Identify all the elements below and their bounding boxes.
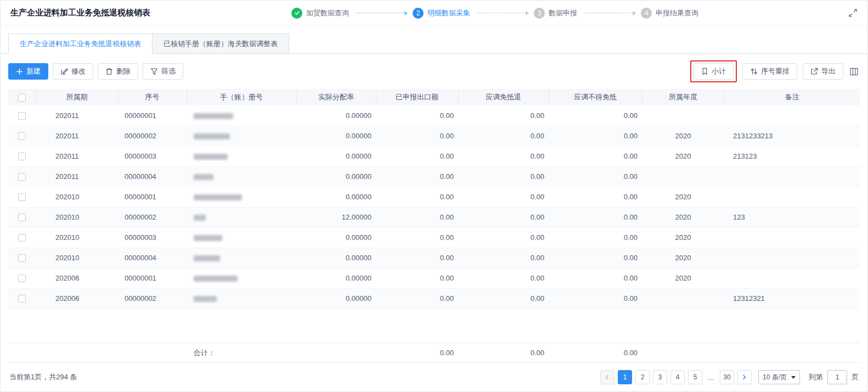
table-area: 所属期 序号 手（账）册号 实际分配率 已申报出口额 应调免抵退 应调不得免抵 … <box>1 89 867 363</box>
row-checkbox[interactable] <box>18 132 26 140</box>
pager-page-2[interactable]: 2 <box>635 370 650 384</box>
table-row: 202010 00000003 0.00000 0.00 0.00 0.00 2… <box>8 227 860 248</box>
table-row: 202011 00000001 0.00000 0.00 0.00 0.00 <box>8 105 860 126</box>
tab-verification-table[interactable]: 生产企业进料加工业务免抵退税核销表 <box>8 33 153 54</box>
step-number: 4 <box>641 8 652 19</box>
reorder-button[interactable]: 序号重排 <box>742 63 797 80</box>
cell-adj-exempt: 0.00 <box>458 187 549 207</box>
table-row: 202010 00000002 12.00000 0.00 0.00 0.00 … <box>8 207 860 227</box>
row-select-cell <box>8 227 36 248</box>
select-all-checkbox[interactable] <box>18 94 26 102</box>
row-checkbox[interactable] <box>18 112 26 120</box>
new-button[interactable]: 新建 <box>8 63 48 80</box>
row-checkbox[interactable] <box>18 214 26 221</box>
cell-handbook <box>187 187 296 207</box>
pager-page-3[interactable]: 3 <box>653 370 667 384</box>
step-declare-result-query[interactable]: 4 申报结果查询 <box>641 8 698 19</box>
step-data-declare[interactable]: 3 数据申报 <box>534 8 577 19</box>
cell-declared-export: 0.00 <box>376 227 458 248</box>
page-size-select[interactable]: 10 条/页 <box>758 370 800 384</box>
cell-seq: 00000002 <box>118 207 187 227</box>
pager-page-1[interactable]: 1 <box>618 370 632 384</box>
goto-page-input[interactable] <box>827 370 847 384</box>
pager-ellipsis[interactable]: ... <box>706 373 717 382</box>
pager-page-5[interactable]: 5 <box>688 370 702 384</box>
tab-customs-adjustment-table[interactable]: 已核销手册（账册）海关数据调整表 <box>153 33 289 54</box>
pager-next-button[interactable] <box>737 370 752 384</box>
row-checkbox[interactable] <box>18 193 26 201</box>
cell-declared-export: 0.00 <box>376 248 458 268</box>
cell-seq: 00000003 <box>118 227 187 248</box>
handbook-redacted-value <box>194 255 220 261</box>
row-checkbox[interactable] <box>18 275 26 282</box>
row-checkbox[interactable] <box>18 153 26 160</box>
modify-button[interactable]: 修改 <box>53 63 93 80</box>
row-checkbox[interactable] <box>18 173 26 181</box>
cell-rate: 0.00000 <box>296 126 376 146</box>
cell-period: 202011 <box>36 105 118 126</box>
export-button[interactable]: 导出 <box>803 63 843 80</box>
filter-button[interactable]: 筛选 <box>143 63 183 80</box>
row-checkbox[interactable] <box>18 234 26 242</box>
cell-adj-exempt: 0.00 <box>458 126 549 146</box>
step-label: 加贸数据查询 <box>306 8 349 18</box>
pager-page-30[interactable]: 30 <box>720 370 734 384</box>
cell-period: 202011 <box>36 146 118 166</box>
cell-year <box>642 166 724 187</box>
fullscreen-icon[interactable] <box>848 8 858 18</box>
row-select-cell <box>8 248 36 268</box>
cell-adj-not-exempt: 0.00 <box>549 126 642 146</box>
cell-period: 202010 <box>36 207 118 227</box>
cell-period: 202010 <box>36 187 118 207</box>
pager: 12345...30 10 条/页 到第 页 <box>600 370 859 384</box>
step-detail-data-collect[interactable]: 2 明细数据采集 <box>413 8 470 19</box>
step-label: 申报结果查询 <box>656 8 698 18</box>
cell-handbook <box>187 207 296 227</box>
cell-adj-not-exempt: 0.00 <box>549 146 642 166</box>
table-empty-space <box>8 309 860 343</box>
row-select-cell <box>8 187 36 207</box>
cell-declared-export: 0.00 <box>376 288 458 309</box>
step-connector <box>356 13 406 13</box>
step-trade-data-query[interactable]: 加贸数据查询 <box>291 8 349 19</box>
table-row: 202011 00000004 0.00000 0.00 0.00 0.00 <box>8 166 860 187</box>
handbook-redacted-value <box>194 235 222 241</box>
cell-adj-not-exempt: 0.00 <box>549 105 642 126</box>
totals-adj-exempt: 0.00 <box>458 343 549 363</box>
cell-rate: 0.00000 <box>296 227 376 248</box>
table-row: 202011 00000002 0.00000 0.00 0.00 0.00 2… <box>8 126 860 146</box>
subtotal-button[interactable]: 小计 <box>694 63 734 80</box>
row-select-cell <box>8 105 36 126</box>
cell-seq: 00000001 <box>118 187 187 207</box>
cell-remark <box>724 187 860 207</box>
cell-adj-not-exempt: 0.00 <box>549 207 642 227</box>
table-body: 202011 00000001 0.00000 0.00 0.00 0.00 2… <box>8 105 860 309</box>
cell-handbook <box>187 288 296 309</box>
col-declared-export: 已申报出口额 <box>376 89 458 105</box>
totals-label: 合计： <box>187 343 296 363</box>
cell-remark <box>724 166 860 187</box>
cell-remark: 213123 <box>724 146 860 166</box>
cell-year: 2020 <box>642 227 724 248</box>
row-checkbox[interactable] <box>18 295 26 303</box>
cell-adj-not-exempt: 0.00 <box>549 288 642 309</box>
cell-handbook <box>187 146 296 166</box>
cell-adj-exempt: 0.00 <box>458 207 549 227</box>
table-row: 202006 00000001 0.00000 0.00 0.00 0.00 2… <box>8 268 860 288</box>
cell-period: 202011 <box>36 126 118 146</box>
cell-seq: 00000001 <box>118 105 187 126</box>
delete-button[interactable]: 删除 <box>98 63 138 80</box>
step-connector <box>584 13 634 13</box>
goto-prefix-label: 到第 <box>809 372 823 382</box>
cell-rate: 0.00000 <box>296 105 376 126</box>
pager-prev-button[interactable] <box>600 370 615 384</box>
cell-seq: 00000004 <box>118 166 187 187</box>
cell-seq: 00000002 <box>118 288 187 309</box>
row-checkbox[interactable] <box>18 254 26 262</box>
column-settings-icon[interactable] <box>849 68 860 76</box>
cell-period: 202010 <box>36 227 118 248</box>
handbook-redacted-value <box>194 113 233 119</box>
pager-page-4[interactable]: 4 <box>670 370 685 384</box>
cell-remark <box>724 248 860 268</box>
step-number: 3 <box>534 8 545 19</box>
